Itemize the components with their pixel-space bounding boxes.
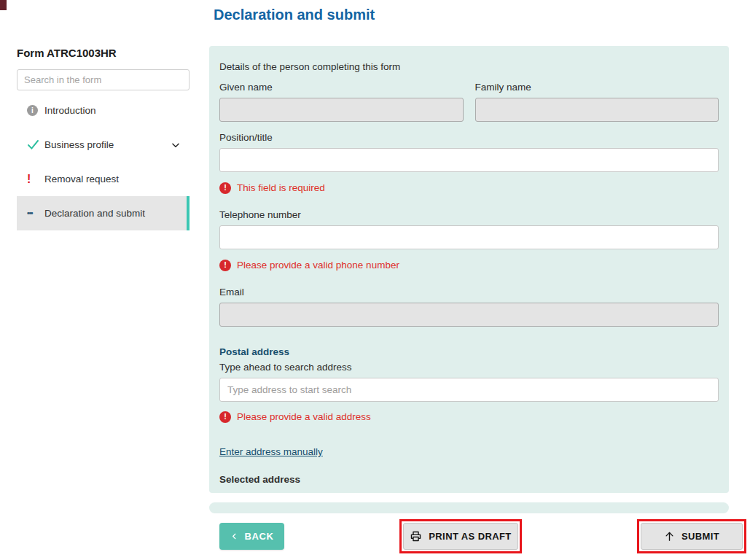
name-fields-row: Given name Family name xyxy=(219,81,719,122)
declaration-form-panel: Details of the person completing this fo… xyxy=(209,46,729,493)
sidebar-item-declaration-and-submit[interactable]: ••• Declaration and submit xyxy=(17,196,190,230)
given-name-field xyxy=(219,98,464,122)
email-field xyxy=(219,303,719,327)
family-name-field xyxy=(475,98,719,122)
position-error: ! This field is required xyxy=(219,182,719,194)
error-message: This field is required xyxy=(237,182,325,194)
error-badge-icon: ! xyxy=(219,182,231,194)
form-id-heading: Form ATRC1003HR xyxy=(17,47,190,60)
selected-address-heading: Selected address xyxy=(219,473,719,486)
given-name-group: Given name xyxy=(219,81,464,122)
section-heading: Details of the person completing this fo… xyxy=(219,61,719,73)
error-badge-icon: ! xyxy=(219,411,231,423)
page-title: Declaration and submit xyxy=(214,7,375,23)
given-name-label: Given name xyxy=(219,81,464,93)
error-exclamation-icon: ! xyxy=(27,173,44,186)
postal-address-heading: Postal address xyxy=(219,346,719,358)
chevron-left-icon xyxy=(230,532,238,541)
clipped-corner-element xyxy=(0,0,7,10)
print-as-draft-button[interactable]: PRINT AS DRAFT xyxy=(403,523,518,550)
form-sidebar: Form ATRC1003HR i Introduction Business … xyxy=(17,47,190,230)
submit-button-label: SUBMIT xyxy=(681,531,719,542)
sidebar-item-introduction[interactable]: i Introduction xyxy=(17,93,190,128)
address-search-input[interactable] xyxy=(219,378,719,402)
main-content: Declaration and submit Details of the pe… xyxy=(209,0,729,560)
postal-address-hint: Type ahead to search address xyxy=(219,361,719,373)
sidebar-item-label: Removal request xyxy=(44,174,119,184)
telephone-field[interactable] xyxy=(219,225,719,249)
sidebar-item-label: Declaration and submit xyxy=(44,208,145,219)
annotation-highlight-print: PRINT AS DRAFT xyxy=(399,519,522,553)
error-message: Please provide a valid phone number xyxy=(237,259,399,271)
collapsed-section-strip xyxy=(209,502,729,513)
email-label: Email xyxy=(219,286,719,298)
back-button[interactable]: BACK xyxy=(219,523,284,550)
family-name-label: Family name xyxy=(475,81,719,93)
info-icon: i xyxy=(27,105,44,116)
printer-icon xyxy=(410,530,422,542)
telephone-error: ! Please provide a valid phone number xyxy=(219,259,719,271)
submit-button[interactable]: SUBMIT xyxy=(641,523,743,550)
chevron-down-icon[interactable] xyxy=(171,140,181,150)
sidebar-item-label: Introduction xyxy=(44,105,96,116)
sidebar-item-business-profile[interactable]: Business profile xyxy=(17,128,190,162)
sidebar-item-removal-request[interactable]: ! Removal request xyxy=(17,162,190,196)
back-button-label: BACK xyxy=(245,531,274,542)
position-title-field[interactable] xyxy=(219,148,719,172)
position-title-label: Position/title xyxy=(219,131,719,144)
error-badge-icon: ! xyxy=(219,260,231,271)
error-message: Please provide a valid address xyxy=(237,411,371,423)
check-icon xyxy=(27,139,44,150)
telephone-label: Telephone number xyxy=(219,209,719,221)
annotation-highlight-submit: SUBMIT xyxy=(637,519,746,553)
form-search-input[interactable] xyxy=(17,69,190,90)
arrow-up-icon xyxy=(664,531,675,542)
in-progress-ellipsis-icon: ••• xyxy=(27,209,44,217)
sidebar-item-label: Business profile xyxy=(44,139,114,150)
enter-address-manually-link[interactable]: Enter address manually xyxy=(219,446,323,458)
form-section-nav: i Introduction Business profile ! Remova… xyxy=(17,93,190,230)
print-button-label: PRINT AS DRAFT xyxy=(429,531,511,542)
family-name-group: Family name xyxy=(475,81,719,122)
address-error: ! Please provide a valid address xyxy=(219,411,719,423)
